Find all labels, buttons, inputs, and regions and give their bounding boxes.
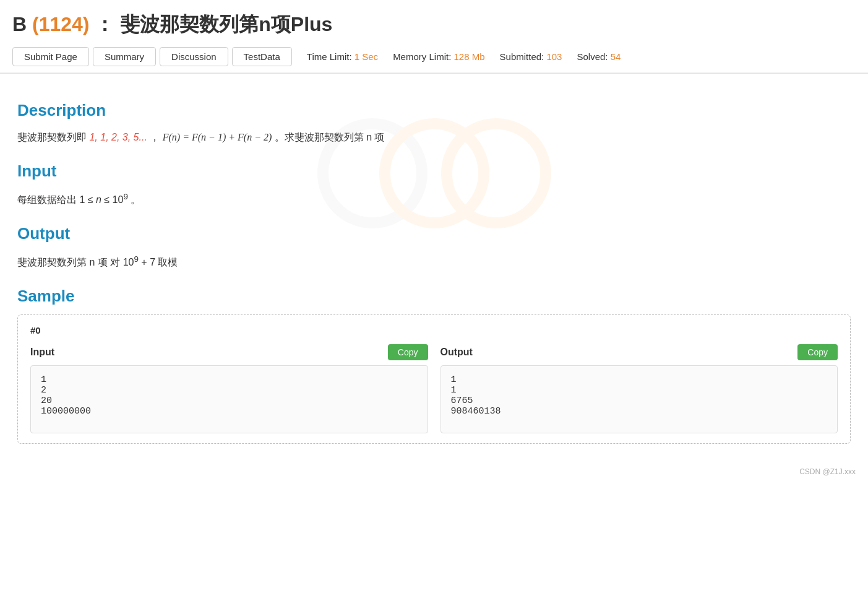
memory-limit: Memory Limit: 128 Mb: [393, 51, 484, 62]
time-limit: Time Limit: 1 Sec: [307, 51, 378, 62]
sample-title: Sample: [17, 287, 851, 306]
page-header: B (1124) ： 斐波那契数列第n项Plus Submit Page Sum…: [0, 0, 868, 73]
sample-input-code: 1 2 20 100000000: [30, 365, 428, 433]
fib-sequence: 1, 1, 2, 3, 5...: [89, 132, 147, 142]
formula: F(n) = F(n − 1) + F(n − 2): [163, 132, 272, 142]
tab-testdata[interactable]: TestData: [232, 47, 292, 66]
sample-output-code: 1 1 6765 908460138: [440, 365, 838, 433]
title-main: 斐波那契数列第n项Plus: [120, 13, 332, 35]
input-copy-button[interactable]: Copy: [388, 344, 428, 360]
output-label: Output: [440, 347, 473, 358]
sample-input-col: Input Copy 1 2 20 100000000: [30, 344, 428, 433]
sample-container: #0 Input Copy 1 2 20 100000000 Output Co…: [17, 314, 851, 444]
submitted-value: 103: [546, 51, 562, 62]
sample-label: #0: [30, 325, 838, 336]
submitted-count: Submitted: 103: [500, 51, 562, 62]
sample-row: Input Copy 1 2 20 100000000 Output Copy …: [30, 344, 838, 433]
footer-note: CSDN @Z1J.xxx: [0, 462, 868, 479]
description-body: 斐波那契数列即 1, 1, 2, 3, 5... ， F(n) = F(n − …: [17, 129, 851, 147]
output-body: 斐波那契数列第 n 项 对 109 + 7 取模: [17, 252, 851, 272]
nav-meta: Time Limit: 1 Sec Memory Limit: 128 Mb S…: [307, 51, 621, 62]
solved-count: Solved: 54: [577, 51, 621, 62]
output-title: Output: [17, 224, 851, 243]
title-b: B: [12, 13, 27, 35]
page-title: B (1124) ： 斐波那契数列第n项Plus: [12, 11, 856, 38]
input-label: Input: [30, 347, 54, 358]
title-id: (1124): [32, 13, 90, 35]
desc-middle: ，: [150, 132, 160, 142]
memory-limit-value: 128 Mb: [453, 51, 484, 62]
sample-output-col: Output Copy 1 1 6765 908460138: [440, 344, 838, 433]
description-title: Description: [17, 101, 851, 120]
nav-bar: Submit Page Summary Discussion TestData …: [12, 47, 856, 66]
title-colon: ：: [95, 13, 114, 35]
desc-suffix: 。求斐波那契数列第 n 项: [275, 132, 385, 142]
input-title: Input: [17, 162, 851, 181]
sample-output-header: Output Copy: [440, 344, 838, 360]
input-body: 每组数据给出 1 ≤ n ≤ 109 。: [17, 189, 851, 209]
desc-prefix: 斐波那契数列即: [17, 132, 87, 142]
tab-summary[interactable]: Summary: [93, 47, 156, 66]
time-limit-value: 1 Sec: [355, 51, 378, 62]
main-content: Description 斐波那契数列即 1, 1, 2, 3, 5... ， F…: [0, 74, 868, 462]
tab-discussion[interactable]: Discussion: [160, 47, 228, 66]
tab-submit-page[interactable]: Submit Page: [12, 47, 89, 66]
solved-value: 54: [611, 51, 621, 62]
sample-input-header: Input Copy: [30, 344, 428, 360]
output-copy-button[interactable]: Copy: [797, 344, 838, 360]
